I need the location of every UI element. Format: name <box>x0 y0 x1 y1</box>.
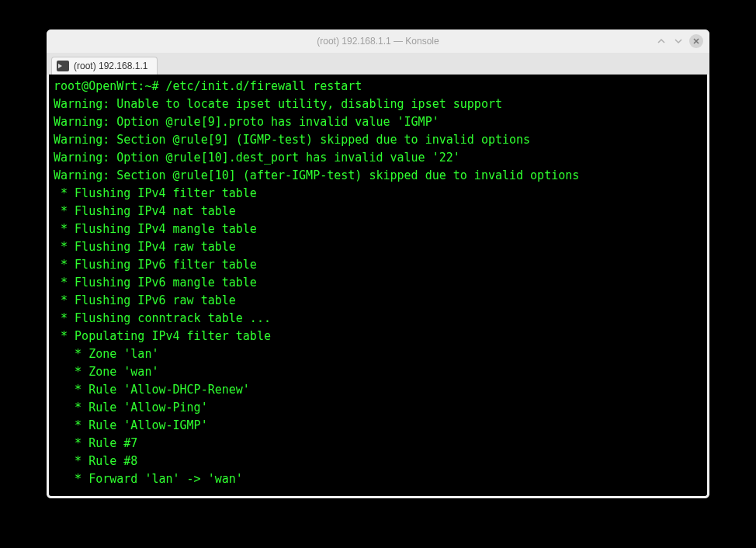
output-line: * Rule #8 <box>54 454 137 468</box>
shell-command: /etc/init.d/firewall restart <box>166 79 362 93</box>
tabbar: (root) 192.168.1.1 <box>47 53 709 75</box>
output-line: * Flushing IPv6 filter table <box>54 258 257 272</box>
prompt-line: root@OpenWrt:~# /etc/init.d/firewall res… <box>54 79 362 93</box>
output-line: * Flushing IPv4 mangle table <box>54 222 257 236</box>
konsole-window: (root) 192.168.1.1 — Konsole (root) 192.… <box>47 29 709 498</box>
output-line: * Flushing IPv6 mangle table <box>54 276 257 290</box>
output-line: * Flushing IPv4 raw table <box>54 240 236 254</box>
chevron-down-icon <box>674 36 683 46</box>
maximize-button[interactable] <box>672 35 685 47</box>
tab-session[interactable]: (root) 192.168.1.1 <box>51 57 158 75</box>
output-line: Warning: Unable to locate ipset utility,… <box>54 97 502 111</box>
chevron-up-icon <box>657 36 666 46</box>
minimize-button[interactable] <box>655 35 668 47</box>
output-line: * Flushing IPv4 filter table <box>54 186 257 200</box>
tab-label: (root) 192.168.1.1 <box>74 61 147 71</box>
window-title: (root) 192.168.1.1 — Konsole <box>317 36 439 47</box>
output-line: * Populating IPv4 filter table <box>54 329 271 343</box>
output-line: * Rule 'Allow-IGMP' <box>54 418 208 432</box>
output-line: Warning: Section @rule[10] (after-IGMP-t… <box>54 168 579 182</box>
output-line: * Forward 'lan' -> 'wan' <box>54 472 243 486</box>
output-line: Warning: Section @rule[9] (IGMP-test) sk… <box>54 133 530 147</box>
window-controls <box>655 34 703 48</box>
close-icon <box>692 36 701 46</box>
output-line: * Rule 'Allow-DHCP-Renew' <box>54 383 250 397</box>
output-line: * Zone 'wan' <box>54 365 158 379</box>
titlebar: (root) 192.168.1.1 — Konsole <box>47 29 709 53</box>
close-button[interactable] <box>689 34 703 48</box>
output-line: * Flushing IPv6 raw table <box>54 293 236 307</box>
shell-prompt: root@OpenWrt:~# <box>54 79 166 93</box>
output-line: Warning: Option @rule[9].proto has inval… <box>54 115 439 129</box>
terminal-output[interactable]: root@OpenWrt:~# /etc/init.d/firewall res… <box>47 75 709 498</box>
output-line: * Rule #7 <box>54 436 137 450</box>
output-line: * Rule 'Allow-Ping' <box>54 401 208 414</box>
output-line: * Zone 'lan' <box>54 347 158 361</box>
output-line: * Flushing IPv4 nat table <box>54 204 236 218</box>
terminal-icon <box>57 61 69 71</box>
output-line: * Flushing conntrack table ... <box>54 311 271 325</box>
output-line: Warning: Option @rule[10].dest_port has … <box>54 151 460 165</box>
